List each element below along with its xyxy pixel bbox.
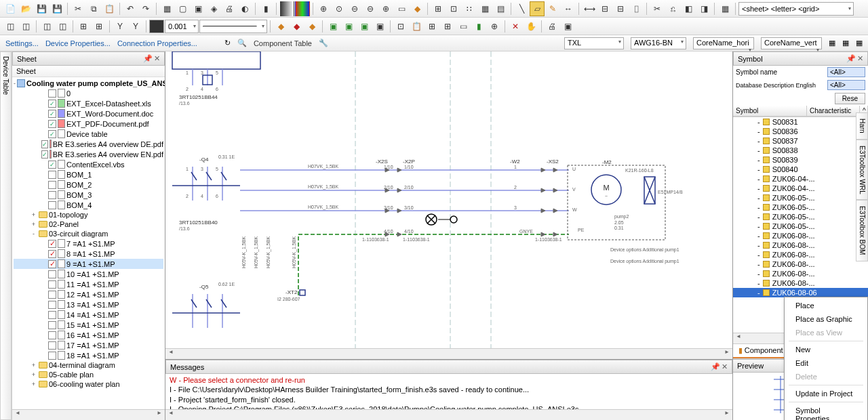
- tree-item[interactable]: ✓8 =A1 +S1.MP: [14, 249, 163, 259]
- devprops-link[interactable]: Device Properties...: [45, 39, 111, 47]
- play-icon[interactable]: ▮: [471, 19, 486, 34]
- fit-icon[interactable]: ▭: [394, 1, 409, 16]
- sc4-icon[interactable]: ◨: [696, 1, 711, 16]
- msg-hscroll[interactable]: [165, 409, 732, 420]
- grid2-icon[interactable]: ∷: [462, 1, 477, 16]
- tree-item[interactable]: ✓9 =A1 +S1.MP: [14, 259, 163, 269]
- tree-item[interactable]: +04-terminal diagram: [14, 360, 163, 370]
- tab-component[interactable]: ▮ Component: [733, 344, 789, 358]
- zoom-out-icon[interactable]: ⊖: [347, 1, 362, 16]
- print-icon[interactable]: 🖨: [222, 1, 237, 16]
- ctx-update[interactable]: Update in Project: [786, 387, 866, 400]
- g3-icon[interactable]: ◫: [39, 19, 54, 34]
- tree-item[interactable]: ✓EXT_Word-Document.doc: [14, 108, 163, 119]
- ctx-place[interactable]: Place: [786, 299, 866, 312]
- tree-item[interactable]: 12 =A1 +S1.MP: [14, 289, 163, 299]
- coreh-combo[interactable]: CoreName_hori: [693, 37, 754, 49]
- tree-item[interactable]: BOM_1: [14, 169, 163, 180]
- opt-icon[interactable]: ⊕: [487, 19, 502, 34]
- tree-hscroll[interactable]: [12, 409, 165, 420]
- g4-icon[interactable]: ◫: [55, 19, 70, 34]
- symbol-row[interactable]: -ZUK06-08-06: [733, 288, 868, 297]
- y2-icon[interactable]: Y: [128, 19, 143, 34]
- tree-item[interactable]: 14 =A1 +S1.MP: [14, 310, 163, 320]
- tree-item[interactable]: 15 =A1 +S1.MP: [14, 320, 163, 330]
- sym-close-icon[interactable]: ✕: [857, 54, 863, 63]
- minus-icon[interactable]: ⊖: [363, 1, 378, 16]
- tree-item[interactable]: 17 =A1 +S1.MP: [14, 340, 163, 350]
- arr3-icon[interactable]: ⊟: [613, 1, 628, 16]
- symbol-row[interactable]: -ZUK06-08-...: [733, 231, 868, 240]
- messages-body[interactable]: W - Please select a connector and re-run…: [165, 374, 732, 409]
- t2-icon[interactable]: 📋: [409, 19, 424, 34]
- msg-close-icon[interactable]: ✕: [722, 362, 728, 371]
- g1-icon[interactable]: ◫: [3, 19, 18, 34]
- extra3-icon[interactable]: ▦: [856, 39, 863, 47]
- grid3-icon[interactable]: ▦: [477, 1, 492, 16]
- msg-pin-icon[interactable]: 📌: [711, 362, 720, 371]
- plus-icon[interactable]: ⊕: [378, 1, 393, 16]
- p2-icon[interactable]: ▣: [560, 19, 575, 34]
- corev-combo[interactable]: CoreName_vert: [761, 37, 822, 49]
- sheet-insert-combo[interactable]: <sheet> <letter> <grid>: [738, 2, 854, 16]
- close-icon[interactable]: ✕: [508, 19, 523, 34]
- tree-item[interactable]: ✓EXT_PDF-Document.pdf: [14, 119, 163, 129]
- sc3-icon[interactable]: ◧: [681, 1, 696, 16]
- p1-icon[interactable]: 🖨: [545, 19, 559, 34]
- tree-item[interactable]: +01-topology: [14, 210, 163, 219]
- t1-icon[interactable]: ⊡: [393, 19, 408, 34]
- tree-item[interactable]: 13 =A1 +S1.MP: [14, 299, 163, 310]
- t5-icon[interactable]: ▭: [456, 19, 471, 34]
- panel1-icon[interactable]: [279, 1, 294, 16]
- arr4-icon[interactable]: ⌷: [629, 1, 644, 16]
- tree-item[interactable]: ✓ContentExcel.vbs: [14, 159, 163, 169]
- tree-item[interactable]: 11 =A1 +S1.MP: [14, 279, 163, 289]
- symbol-row[interactable]: -S00840: [733, 165, 868, 174]
- symbol-row[interactable]: -S00839: [733, 155, 868, 165]
- extra1-icon[interactable]: ▦: [829, 39, 835, 47]
- tree-item[interactable]: 18 =A1 +S1.MP: [14, 350, 163, 360]
- undo-icon[interactable]: ↶: [123, 1, 138, 16]
- zoom-in-icon[interactable]: ⊕: [316, 1, 331, 16]
- sym-pin-icon[interactable]: 📌: [846, 54, 856, 63]
- tab-device-table[interactable]: Device Table: [0, 51, 12, 420]
- symname-input[interactable]: [827, 67, 865, 77]
- dim-icon[interactable]: ↔: [561, 1, 576, 16]
- paste-icon[interactable]: 📋: [102, 1, 117, 16]
- sc5-icon[interactable]: ▦: [717, 1, 732, 16]
- t3-icon[interactable]: ⊞: [425, 19, 439, 34]
- tree-item[interactable]: BOM_3: [14, 190, 163, 200]
- symbol-row[interactable]: -ZUK06-05-...: [733, 212, 868, 222]
- style-combo[interactable]: [199, 20, 267, 33]
- sheet-icon[interactable]: ▮: [258, 1, 273, 16]
- symbol-row[interactable]: -ZUK06-08-...: [733, 259, 868, 269]
- line-icon[interactable]: ╲: [514, 1, 529, 16]
- gauge-combo[interactable]: AWG16-BN: [631, 37, 686, 49]
- tree-item[interactable]: ✓7 =A1 +S1.MP: [14, 238, 163, 249]
- cut-icon[interactable]: ✂: [71, 1, 85, 16]
- symbol-row[interactable]: -S00838: [733, 146, 868, 155]
- g2-icon[interactable]: ◫: [18, 19, 33, 34]
- g5-icon[interactable]: ⊞: [76, 19, 91, 34]
- tree-item[interactable]: +06-cooling water plan: [14, 379, 163, 389]
- save-icon[interactable]: 💾: [34, 1, 49, 16]
- tree-item[interactable]: ✓EXT_Excel-Datasheet.xls: [14, 98, 163, 108]
- wiretype-combo[interactable]: TXL: [564, 37, 624, 49]
- tree-item[interactable]: +02-Panel: [14, 219, 163, 229]
- redo-icon[interactable]: ↷: [138, 1, 153, 16]
- tree-item[interactable]: 0: [14, 88, 163, 98]
- ctx-new[interactable]: New: [786, 343, 866, 356]
- tree-item[interactable]: +05-cable plan: [14, 370, 163, 379]
- gr3-icon[interactable]: ▣: [357, 19, 372, 34]
- settings-link[interactable]: Settings...: [5, 39, 39, 47]
- sc2-icon[interactable]: ⎌: [665, 1, 680, 16]
- gr2-icon[interactable]: ▣: [341, 19, 356, 34]
- snap-icon[interactable]: ⊡: [446, 1, 461, 16]
- symbol-row[interactable]: -ZUK06-05-...: [733, 203, 868, 212]
- canvas-hscroll[interactable]: [165, 348, 732, 359]
- tab-harn[interactable]: Harn: [856, 112, 868, 140]
- symbol-row[interactable]: -ZUK06-05-...: [733, 193, 868, 203]
- symbol-row[interactable]: -S00836: [733, 127, 868, 136]
- sc1-icon[interactable]: ✂: [650, 1, 665, 16]
- tree-item[interactable]: ✓BR E3.series A4 overview EN.pdf: [14, 149, 163, 159]
